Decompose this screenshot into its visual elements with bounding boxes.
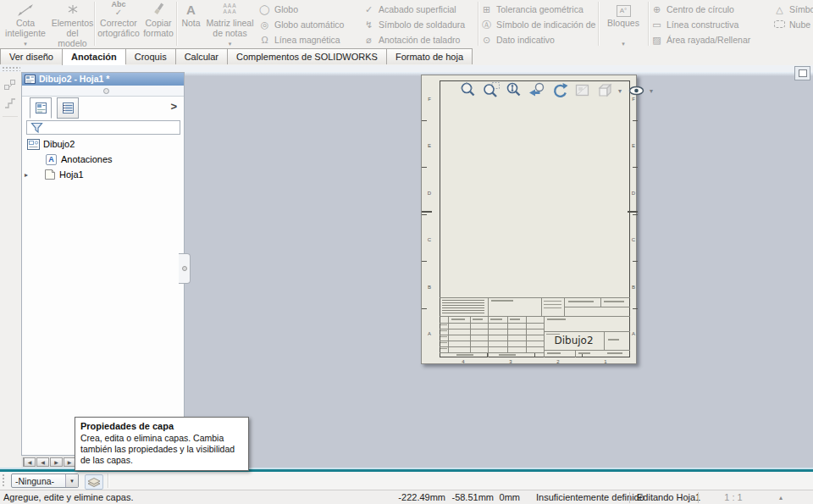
tree-item-anotaciones[interactable]: A Anotaciones bbox=[22, 152, 184, 167]
status-sheet-scale: 1 : 1 bbox=[716, 491, 750, 504]
magnetic-line-button[interactable]: Ω Línea magnética bbox=[258, 32, 362, 47]
revision-group: △ Símbolo de re Nube de rev bbox=[773, 0, 813, 48]
geometric-tolerance-button[interactable]: ⊞ Tolerancia geométrica bbox=[480, 2, 597, 17]
surface-finish-button[interactable]: ✓ Acabado superficial bbox=[362, 2, 476, 17]
panel-expand-chevron[interactable]: > bbox=[170, 100, 177, 113]
layer-toolbar-grip[interactable] bbox=[2, 474, 6, 488]
combo-dropdown-icon[interactable]: ▾ bbox=[65, 474, 78, 487]
tab-formato-de-hoja[interactable]: Formato de hoja bbox=[386, 48, 473, 64]
balloon-icon: ◯ bbox=[258, 5, 271, 14]
zone-letter: B bbox=[629, 285, 638, 290]
zone-letter: E bbox=[629, 143, 638, 148]
zone-number: 1 bbox=[601, 359, 610, 364]
first-sheet-button[interactable]: ◀ bbox=[23, 457, 36, 467]
smart-dimension-button[interactable]: Cota inteligente ▾ bbox=[2, 0, 49, 47]
balloon-button[interactable]: ◯ Globo bbox=[258, 2, 362, 17]
feature-manager-title: Dibujo2 - Hoja1 * bbox=[22, 73, 184, 86]
ribbon-divider bbox=[478, 2, 478, 46]
center-mark-button[interactable]: ⊕ Centro de círculo bbox=[650, 2, 773, 17]
hole-callout-icon: ⌀ bbox=[362, 36, 375, 45]
model-items-button[interactable]: Elementos del modelo bbox=[51, 0, 94, 47]
toolbar-drag-handle[interactable] bbox=[2, 66, 20, 71]
linear-note-pattern-dropdown[interactable]: ▾ bbox=[203, 41, 257, 47]
revision-cloud-icon bbox=[773, 20, 786, 30]
step-lines-icon[interactable] bbox=[3, 97, 17, 109]
spell-check-button[interactable]: Abc ✓ Corrector ortográfico bbox=[97, 0, 141, 47]
smart-dimension-dropdown[interactable]: ▾ bbox=[2, 41, 49, 47]
display-style-dropdown[interactable]: ▾ bbox=[618, 87, 624, 95]
zone-letter: E bbox=[425, 143, 434, 148]
status-x-coordinate: -222.49mm bbox=[398, 491, 445, 504]
expand-arrow-icon[interactable]: ▸ bbox=[22, 171, 30, 179]
tab-croquis[interactable]: Croquis bbox=[125, 48, 175, 64]
hide-show-items-dropdown[interactable]: ▾ bbox=[650, 87, 655, 95]
zoom-to-area-button[interactable] bbox=[481, 80, 501, 101]
revision-symbol-button[interactable]: △ Símbolo de re bbox=[773, 2, 813, 17]
tab-anotacion[interactable]: Anotación bbox=[62, 48, 125, 65]
zone-letter: D bbox=[629, 191, 638, 196]
ribbon-annotation-toolbar: Cota inteligente ▾ Elementos del modelo … bbox=[0, 0, 813, 49]
geometric-tolerance-icon: ⊞ bbox=[480, 5, 493, 14]
auto-balloon-button[interactable]: ◎ Globo automático bbox=[258, 17, 362, 32]
status-scale-dropdown-icon[interactable]: ▴ bbox=[779, 491, 783, 504]
status-y-coordinate: -58.51mm bbox=[451, 491, 494, 504]
tab-feature-tree[interactable] bbox=[30, 97, 52, 119]
datum-feature-button[interactable]: Ⓐ Símbolo de indicación de referencia bbox=[480, 17, 597, 32]
layer-select-combo[interactable]: -Ninguna- ▾ bbox=[11, 474, 79, 488]
drawing-doc-icon bbox=[25, 75, 36, 84]
status-separator bbox=[629, 492, 630, 503]
panel-splitter[interactable] bbox=[22, 86, 184, 97]
zone-number: 2 bbox=[554, 359, 562, 364]
datum-feature-icon: Ⓐ bbox=[480, 20, 493, 30]
tab-ver-diseno[interactable]: Ver diseño bbox=[0, 48, 62, 64]
panel-collapse-handle[interactable] bbox=[179, 253, 191, 284]
tree-item-dibujo2[interactable]: Dibujo2 bbox=[22, 136, 184, 152]
task-pane-icon bbox=[799, 69, 807, 77]
annotations-icon: A bbox=[46, 154, 57, 165]
solidworks-window: Cota inteligente ▾ Elementos del modelo … bbox=[0, 0, 813, 504]
format-painter-button[interactable]: Copiar formato bbox=[141, 0, 176, 47]
datum-target-button[interactable]: ⊙ Dato indicativo bbox=[480, 32, 597, 47]
assembly-tree-icon[interactable] bbox=[3, 79, 17, 91]
drawing-sheet[interactable]: F E D C B A F E D C B A 4 3 2 1 bbox=[421, 75, 637, 364]
magnet-icon: Ω bbox=[258, 36, 271, 45]
tab-complementos[interactable]: Complementos de SOLIDWORKS bbox=[227, 48, 386, 64]
section-view-button[interactable] bbox=[572, 80, 593, 101]
note-button[interactable]: A Nota bbox=[179, 0, 203, 47]
hole-callout-button[interactable]: ⌀ Anotación de taladro bbox=[362, 32, 476, 47]
tab-calcular[interactable]: Calcular bbox=[175, 48, 227, 64]
blocks-dropdown[interactable]: ▾ bbox=[600, 41, 646, 47]
previous-sheet-button[interactable]: ◀ bbox=[36, 457, 49, 467]
tree-filter-row[interactable] bbox=[26, 120, 180, 135]
weld-symbol-button[interactable]: ↯ Símbolo de soldadura bbox=[362, 17, 476, 32]
zoom-to-fit-button[interactable] bbox=[458, 80, 478, 101]
next-sheet-button[interactable]: ▶ bbox=[50, 457, 63, 467]
hide-show-items-button[interactable] bbox=[627, 80, 647, 101]
centerline-group: ⊕ Centro de círculo ▭ Línea constructiva… bbox=[650, 0, 773, 48]
hatch-fill-button[interactable]: ▨ Área rayada/Rellenar bbox=[650, 32, 773, 47]
centre-mark bbox=[628, 211, 638, 213]
previous-view-button[interactable] bbox=[527, 80, 547, 101]
layer-properties-button[interactable] bbox=[85, 474, 103, 490]
feature-manager-panel: Dibujo2 - Hoja1 * > bbox=[21, 72, 185, 456]
status-message: Agregue, edite y elimine capas. bbox=[3, 491, 133, 504]
blocks-button[interactable]: A° Bloques ▾ bbox=[600, 0, 646, 47]
linear-note-pattern-label: Matriz lineal de notas bbox=[203, 18, 257, 38]
display-style-button[interactable] bbox=[595, 80, 616, 101]
status-bar: Agregue, edite y elimine capas. -222.49m… bbox=[0, 490, 813, 504]
task-pane-button[interactable] bbox=[794, 66, 810, 80]
construction-line-button[interactable]: ▭ Línea constructiva bbox=[650, 17, 773, 32]
revision-cloud-button[interactable]: Nube de rev bbox=[773, 17, 813, 32]
rotate-view-button[interactable] bbox=[550, 80, 570, 101]
tree-item-hoja1[interactable]: ▸ Hoja1 bbox=[22, 167, 184, 182]
auto-balloon-icon: ◎ bbox=[258, 20, 271, 30]
zone-letter: C bbox=[629, 237, 638, 242]
zoom-in-out-button[interactable] bbox=[504, 80, 524, 101]
tab-display-pane[interactable] bbox=[57, 97, 79, 119]
blocks-label: Bloques bbox=[600, 18, 646, 28]
revision-symbol-icon: △ bbox=[773, 5, 786, 14]
tooltip-body: Crea, edita o elimina capas. Cambia tamb… bbox=[80, 433, 243, 466]
note-icon: A bbox=[179, 0, 203, 17]
ribbon-divider bbox=[598, 2, 599, 46]
linear-note-pattern-button[interactable]: AAA AAA Matriz lineal de notas ▾ bbox=[203, 0, 257, 47]
